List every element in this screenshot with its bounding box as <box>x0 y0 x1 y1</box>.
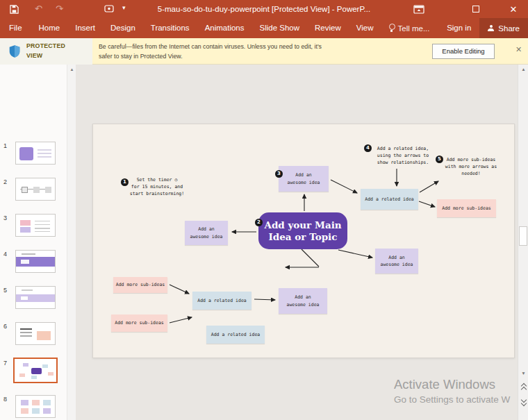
slide-number: 5 <box>0 287 10 294</box>
step-text-5: Add more sub-ideas with more arrows as n… <box>441 156 501 177</box>
sign-in-link[interactable]: Sign in <box>438 18 479 38</box>
protected-view-banner: PROTECTED VIEW Be careful—files from the… <box>0 38 528 65</box>
enable-editing-button[interactable]: Enable Editing <box>432 44 495 59</box>
tab-animations[interactable]: Animations <box>197 18 252 38</box>
step-badge-4: 4 <box>364 144 372 152</box>
step-text-1: Set the timer ◷ for 15 minutes, and star… <box>128 176 186 197</box>
sticky-note-idea[interactable]: Add an awesome idea <box>279 166 329 192</box>
step-badge-1: 1 <box>121 178 129 186</box>
activate-windows-watermark-sub: Go to Settings to activate W <box>394 394 510 405</box>
tab-transitions[interactable]: Transitions <box>143 18 197 38</box>
scroll-down-icon[interactable]: ▼ <box>518 369 528 378</box>
step-text-4: Add a related idea, using the arrows to … <box>371 145 435 166</box>
tab-design[interactable]: Design <box>103 18 143 38</box>
next-slide-button[interactable] <box>518 396 528 409</box>
current-slide: Add an awesome idea Add a related idea A… <box>92 124 515 358</box>
sticky-note-idea[interactable]: Add an awesome idea <box>185 221 228 245</box>
tab-file[interactable]: File <box>0 18 31 38</box>
main-scrollbar[interactable]: ▲ ▼ <box>518 65 528 420</box>
sticky-note-sub[interactable]: Add more sub-ideas <box>111 314 167 332</box>
previous-slide-button[interactable] <box>518 380 528 394</box>
sticky-note-related[interactable]: Add a related idea <box>361 189 418 210</box>
powerpoint-window: ↶ ↷ ▾ 5-mau-so-do-tu-duy-powerpoint [Pro… <box>0 0 528 420</box>
protected-view-label: PROTECTED VIEW <box>26 42 65 60</box>
slide-thumbnail-5[interactable]: 5 <box>0 286 67 314</box>
slide-thumbnail-2[interactable]: 2 <box>0 178 67 205</box>
person-icon <box>488 25 494 32</box>
slide-thumbnail-3[interactable]: 3 <box>0 214 67 242</box>
protected-view-message: Be careful—files from the Internet can c… <box>99 42 425 61</box>
slide-number: 2 <box>0 178 10 185</box>
protected-view-label-area: PROTECTED VIEW <box>0 38 92 65</box>
sticky-note-sub[interactable]: Add more sub-ideas <box>113 277 167 293</box>
main-topic-shape[interactable]: Add your Main Idea or Topic <box>258 212 347 249</box>
slide-thumbnail-1[interactable]: 1 <box>0 142 67 169</box>
thumbnail-preview <box>15 214 56 237</box>
thumbnail-preview <box>15 142 56 165</box>
ribbon-tab-bar: File Home Insert Design Transitions Anim… <box>0 18 528 38</box>
slide-thumbnail-8[interactable]: 8 <box>0 395 67 420</box>
sticky-note-related[interactable]: Add a related idea <box>192 292 251 310</box>
tab-home[interactable]: Home <box>31 18 68 38</box>
restore-button[interactable] <box>467 0 485 18</box>
shield-icon <box>8 44 21 61</box>
slide-number: 7 <box>0 360 10 367</box>
slide-number: 6 <box>0 323 10 330</box>
slide-number: 8 <box>0 396 10 403</box>
thumbnail-preview <box>15 322 56 345</box>
scrollbar-thumb[interactable] <box>519 226 527 246</box>
thumbnail-preview <box>15 250 56 273</box>
thumbnail-preview <box>13 358 58 383</box>
slide-thumbnail-4[interactable]: 4 <box>0 250 67 278</box>
tell-me-label: Tell me... <box>398 24 430 33</box>
tab-view[interactable]: View <box>349 18 381 38</box>
share-label: Share <box>498 24 520 33</box>
slide-number: 4 <box>0 251 10 258</box>
banner-close-icon[interactable]: ✕ <box>515 45 522 54</box>
slide-thumbnail-7-selected[interactable]: 7 <box>0 359 67 387</box>
slide-thumbnail-6[interactable]: 6 <box>0 322 67 350</box>
window-title: 5-mau-so-do-tu-duy-powerpoint [Protected… <box>0 0 528 18</box>
step-badge-3: 3 <box>275 170 283 178</box>
ribbon-display-options-icon[interactable] <box>410 0 428 18</box>
activate-windows-watermark: Activate Windows <box>394 377 495 392</box>
slide-number: 1 <box>0 142 10 149</box>
close-button[interactable]: ✕ <box>503 0 524 18</box>
title-bar: ↶ ↷ ▾ 5-mau-so-do-tu-duy-powerpoint [Pro… <box>0 0 528 18</box>
scroll-up-icon[interactable]: ▲ <box>518 65 528 74</box>
tab-insert[interactable]: Insert <box>67 18 103 38</box>
slide-thumbnail-panel: 1 2 3 4 5 6 7 8 <box>0 65 67 420</box>
share-button[interactable]: Share <box>479 18 528 38</box>
tab-review[interactable]: Review <box>307 18 349 38</box>
sticky-note-idea[interactable]: Add an awesome idea <box>375 249 418 274</box>
step-badge-5: 5 <box>436 156 443 163</box>
step-badge-2: 2 <box>255 219 263 226</box>
sticky-note-related[interactable]: Add a related idea <box>206 326 265 344</box>
thumbnail-scrollbar[interactable]: ▲ <box>67 65 76 420</box>
thumbnail-preview <box>15 286 56 309</box>
slide-number: 3 <box>0 215 10 221</box>
thumbnail-preview <box>15 178 56 201</box>
lightbulb-icon <box>388 24 395 33</box>
thumbnail-preview <box>15 395 56 418</box>
sticky-note-sub[interactable]: Add more sub-ideas <box>437 199 496 217</box>
sticky-note-idea[interactable]: Add an awesome idea <box>279 288 327 314</box>
tab-slide-show[interactable]: Slide Show <box>252 18 308 38</box>
tell-me-box[interactable]: Tell me... <box>381 18 437 38</box>
